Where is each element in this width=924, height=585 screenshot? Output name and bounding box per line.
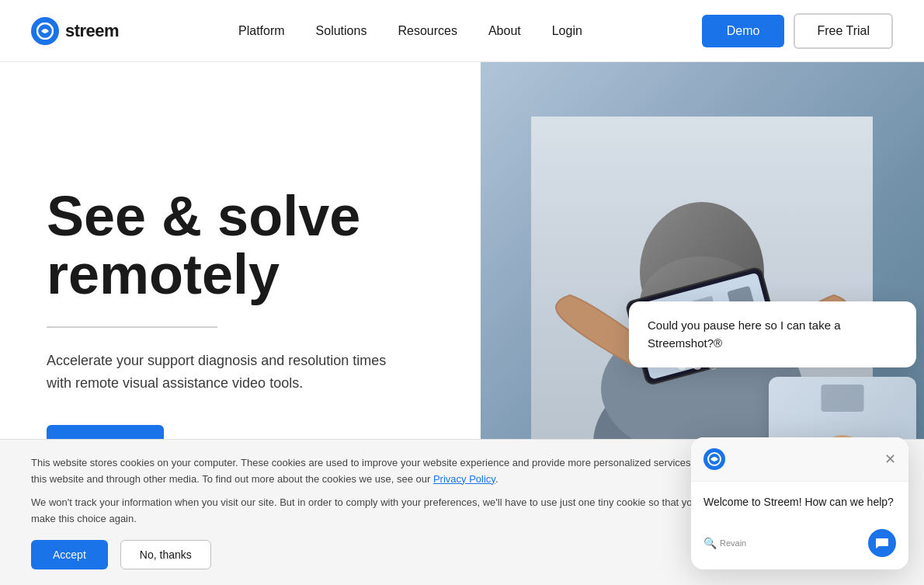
chat-widget-header: ✕ <box>691 437 908 482</box>
hero-divider <box>47 326 217 328</box>
nav-links: Platform Solutions Resources About Login <box>238 24 582 38</box>
nav-item-resources[interactable]: Resources <box>398 24 457 38</box>
privacy-policy-link[interactable]: Privacy Policy <box>433 473 495 485</box>
nav-item-platform[interactable]: Platform <box>238 24 285 38</box>
free-trial-button[interactable]: Free Trial <box>794 13 893 49</box>
nav-item-login[interactable]: Login <box>552 24 582 38</box>
chat-widget-message: Welcome to Streem! How can we help? <box>703 494 896 510</box>
navbar: streem Platform Solutions Resources Abou… <box>0 0 924 62</box>
chat-bubble: Could you pause here so I can take a Str… <box>629 301 916 367</box>
hero-subtitle: Accelerate your support diagnosis and re… <box>47 350 388 395</box>
revain-label: Revain <box>720 538 746 548</box>
nav-item-solutions[interactable]: Solutions <box>316 24 367 38</box>
chat-bubble-text: Could you pause here so I can take a Str… <box>648 319 841 350</box>
close-icon[interactable]: ✕ <box>884 452 896 466</box>
revain-search-icon: 🔍 <box>703 537 717 549</box>
chat-widget: ✕ Welcome to Streem! How can we help? 🔍 … <box>691 437 908 569</box>
hero-title: See & solve remotely <box>47 187 434 305</box>
revain-logo: 🔍 Revain <box>703 537 746 549</box>
accept-button[interactable]: Accept <box>31 540 108 569</box>
nav-item-about[interactable]: About <box>488 24 521 38</box>
chat-widget-footer: 🔍 Revain <box>691 523 908 569</box>
cookie-text-2: We won't track your information when you… <box>31 495 776 528</box>
no-thanks-button[interactable]: No, thanks <box>120 540 211 569</box>
chat-widget-body: Welcome to Streem! How can we help? <box>691 482 908 523</box>
chat-open-button[interactable] <box>868 529 896 557</box>
hero-title-line2: remotely <box>47 243 280 305</box>
chat-widget-logo <box>703 448 725 470</box>
cookie-text-1: This website stores cookies on your comp… <box>31 455 776 488</box>
hero-title-line1: See & solve <box>47 185 360 247</box>
nav-ctas: Demo Free Trial <box>702 13 893 49</box>
logo-icon <box>31 17 59 45</box>
demo-button[interactable]: Demo <box>702 15 785 47</box>
brand-name: streem <box>65 21 119 41</box>
brand-logo[interactable]: streem <box>31 17 119 45</box>
